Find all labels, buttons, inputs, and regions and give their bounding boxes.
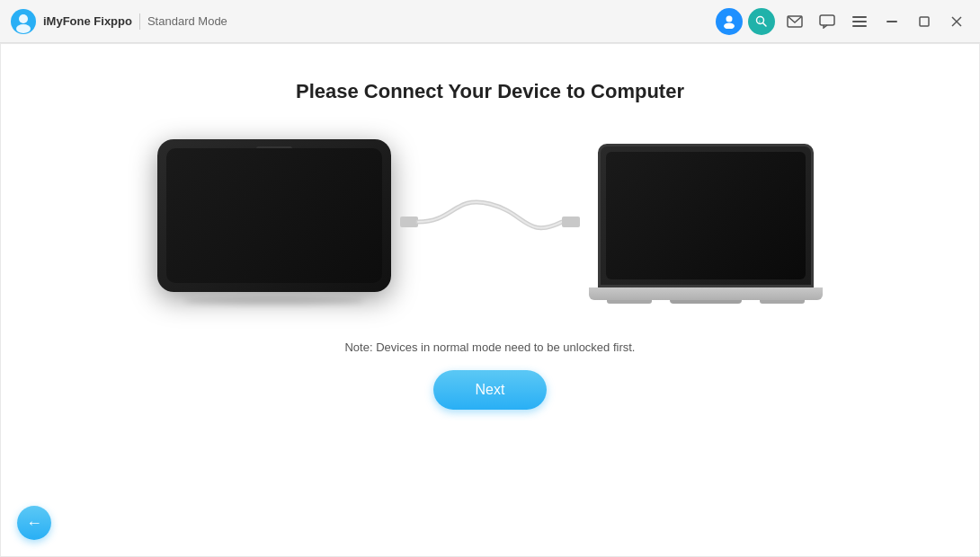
svg-rect-10 xyxy=(852,16,867,18)
chat-button[interactable] xyxy=(815,9,840,34)
svg-rect-13 xyxy=(886,21,897,22)
svg-line-6 xyxy=(763,22,767,26)
svg-rect-14 xyxy=(920,17,929,26)
laptop-foot-left xyxy=(607,300,652,304)
titlebar: iMyFone Fixppo Standard Mode ♪ xyxy=(0,0,980,43)
phone-illustration xyxy=(157,139,391,305)
svg-rect-11 xyxy=(852,21,867,22)
title-divider xyxy=(139,13,140,30)
svg-point-2 xyxy=(16,24,31,33)
mail-button[interactable] xyxy=(782,9,807,34)
laptop-screen xyxy=(598,144,814,287)
svg-point-4 xyxy=(724,22,735,29)
svg-rect-12 xyxy=(852,25,867,27)
close-button[interactable] xyxy=(944,9,969,34)
svg-rect-18 xyxy=(562,217,580,227)
search-music-icon-button[interactable]: ♪ xyxy=(748,8,775,35)
illustration-area xyxy=(1,139,979,305)
app-logo-icon xyxy=(11,9,36,34)
app-name: iMyFone Fixppo xyxy=(43,14,132,28)
titlebar-actions: ♪ xyxy=(716,8,969,35)
maximize-button[interactable] xyxy=(912,9,937,34)
svg-rect-17 xyxy=(400,217,418,227)
laptop-illustration xyxy=(589,144,823,300)
cable-illustration xyxy=(391,168,589,276)
usb-cable-icon xyxy=(400,177,580,267)
note-text: Note: Devices in normal mode need to be … xyxy=(344,340,635,354)
phone-screen xyxy=(166,148,382,283)
main-content: Please Connect Your Device to Computer xyxy=(0,43,980,557)
mode-label: Standard Mode xyxy=(147,14,716,28)
menu-button[interactable] xyxy=(847,9,872,34)
phone-device xyxy=(157,139,391,292)
laptop-base xyxy=(589,287,823,300)
svg-text:♪: ♪ xyxy=(758,19,761,24)
minimize-button[interactable] xyxy=(879,9,904,34)
svg-rect-9 xyxy=(820,15,834,25)
laptop-screen-inner xyxy=(606,152,806,279)
user-icon-button[interactable] xyxy=(716,8,743,35)
svg-point-1 xyxy=(19,14,28,23)
laptop-foot-right xyxy=(760,300,805,304)
phone-shadow xyxy=(184,297,364,305)
svg-point-3 xyxy=(726,15,733,22)
page-title: Please Connect Your Device to Computer xyxy=(296,80,684,103)
back-button[interactable]: ← xyxy=(17,506,51,540)
next-button[interactable]: Next xyxy=(433,370,547,410)
back-arrow-icon: ← xyxy=(26,515,42,531)
